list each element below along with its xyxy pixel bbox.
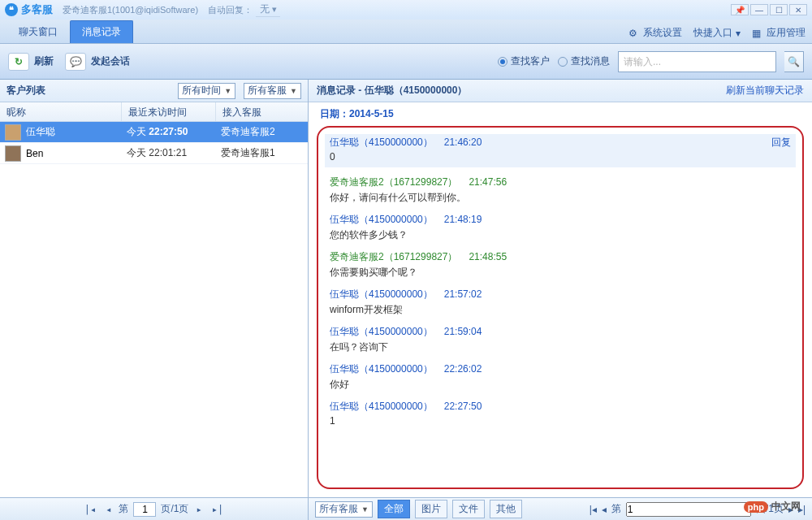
pager-label-pre: 第	[119, 502, 128, 516]
title-bar: ❝ 多客服 爱奇迪客服1(1001@iqidiSoftware) 自动回复： 无…	[0, 0, 812, 20]
minimize-button[interactable]: —	[750, 4, 768, 15]
message-body: winform开发框架	[330, 303, 791, 317]
seg-all[interactable]: 全部	[378, 500, 410, 518]
cell-agent: 爱奇迪客服2	[221, 125, 308, 139]
search-button[interactable]: 🔍	[784, 51, 804, 72]
pager-next[interactable]: ▸	[194, 504, 205, 515]
search-icon: 🔍	[788, 56, 800, 67]
tab-message-records[interactable]: 消息记录	[70, 20, 133, 43]
message-sender: 爱奇迪客服2（1671299827）	[330, 176, 457, 189]
message-sender: 伍华聪（4150000000）	[330, 325, 433, 339]
message-time: 21:47:56	[469, 176, 507, 188]
message-body: 1	[330, 415, 791, 427]
seg-file[interactable]: 文件	[452, 500, 485, 518]
search-input[interactable]	[624, 56, 771, 67]
left-pager: |◂ ◂ 第 页/1页 ▸ ▸|	[0, 497, 308, 520]
grid-icon: ▦	[752, 28, 763, 39]
customer-list: 伍华聪 今天 22:27:50 爱奇迪客服2 Ben 今天 22:01:21 爱…	[0, 122, 308, 497]
message-item: 爱奇迪客服2（1671299827）21:47:56你好，请问有什么可以帮到你。	[330, 176, 791, 205]
pin-button[interactable]: 📌	[731, 4, 749, 15]
watermark-badge: php	[744, 501, 768, 513]
app-logo-icon: ❝	[5, 3, 18, 16]
table-row[interactable]: 伍华聪 今天 22:27:50 爱奇迪客服2	[0, 122, 308, 143]
reply-link[interactable]: 回复	[771, 136, 791, 150]
watermark: php 中文网	[744, 500, 801, 514]
message-box: 伍华聪（4150000000）21:46:20回复0爱奇迪客服2（1671299…	[317, 126, 804, 489]
col-agent[interactable]: 接入客服	[216, 102, 308, 121]
rpager-first[interactable]: |◂	[590, 504, 597, 515]
radio-search-customer[interactable]: 查找客户	[498, 54, 550, 68]
refresh-chat-link[interactable]: 刷新当前聊天记录	[726, 84, 804, 98]
rpager-label-pre: 第	[611, 502, 621, 516]
message-time: 21:46:20	[444, 136, 482, 148]
message-time: 22:27:50	[444, 401, 482, 412]
system-settings-button[interactable]: ⚙系统设置	[628, 26, 682, 40]
gear-icon: ⚙	[628, 28, 640, 39]
app-name: 多客服	[21, 2, 53, 17]
col-lastvisit[interactable]: 最近来访时间	[122, 102, 216, 121]
message-time: 21:48:55	[469, 251, 507, 262]
message-header: 伍华聪（4150000000）21:57:02	[330, 288, 791, 301]
message-header: 伍华聪（4150000000）22:27:50	[330, 400, 791, 414]
message-body: 在吗？咨询下	[330, 340, 791, 354]
message-sender: 伍华聪（4150000000）	[330, 362, 433, 376]
message-item: 爱奇迪客服2（1671299827）21:48:55你需要购买哪个呢？	[330, 250, 791, 280]
message-sender: 伍华聪（4150000000）	[330, 136, 433, 150]
table-row[interactable]: Ben 今天 22:01:21 爱奇迪客服1	[0, 143, 308, 164]
customer-list-header: 客户列表 所有时间▼ 所有客服▼	[0, 80, 308, 102]
pager-label-mid: 页/1页	[161, 502, 188, 516]
cell-agent: 爱奇迪客服1	[221, 146, 308, 160]
avatar	[5, 145, 21, 162]
rpager-page-input[interactable]	[626, 502, 751, 517]
radio-search-message[interactable]: 查找消息	[558, 54, 610, 68]
message-sender: 伍华聪（4150000000）	[330, 400, 433, 414]
quick-entry-button[interactable]: 快捷入口 ▾	[693, 26, 741, 40]
customer-table-header: 昵称 最近来访时间 接入客服	[0, 102, 308, 122]
title-subtitle: 爱奇迪客服1(1001@iqidiSoftware)	[63, 4, 198, 16]
pager-first[interactable]: |◂	[82, 504, 98, 515]
message-header: 爱奇迪客服2（1671299827）21:48:55	[330, 250, 791, 264]
app-manage-button[interactable]: ▦应用管理	[752, 26, 806, 40]
filter-agent-combo[interactable]: 所有客服▼	[244, 83, 301, 99]
auto-reply-value[interactable]: 无 ▾	[256, 2, 280, 17]
message-time: 22:26:02	[444, 363, 482, 375]
message-header: 伍华聪（4150000000）22:26:02	[330, 362, 791, 376]
right-filter-agent-combo[interactable]: 所有客服▼	[315, 501, 373, 518]
pager-prev[interactable]: ◂	[103, 504, 114, 515]
chat-bubble-icon: 💬	[65, 53, 86, 71]
message-header: 爱奇迪客服2（1671299827）21:47:56	[330, 176, 791, 189]
message-body: 你好，请问有什么可以帮到你。	[330, 191, 791, 205]
refresh-button[interactable]: ↻ 刷新	[8, 53, 54, 71]
maximize-button[interactable]: ☐	[770, 4, 788, 15]
new-session-button[interactable]: 💬 发起会话	[65, 53, 130, 71]
message-body: 0	[330, 151, 791, 162]
message-sender: 爱奇迪客服2（1671299827）	[330, 250, 457, 264]
message-item: 伍华聪（4150000000）21:59:04在吗？咨询下	[330, 325, 791, 354]
filter-time-combo[interactable]: 所有时间▼	[178, 83, 235, 99]
customer-list-title: 客户列表	[6, 84, 45, 98]
seg-image[interactable]: 图片	[415, 500, 447, 518]
message-sender: 伍华聪（4150000000）	[330, 288, 433, 301]
message-item: 伍华聪（4150000000）22:26:02你好	[330, 362, 791, 392]
pager-last[interactable]: ▸|	[209, 504, 226, 515]
col-nickname[interactable]: 昵称	[0, 102, 122, 121]
cell-nick: Ben	[26, 148, 127, 159]
record-title: 消息记录 - 伍华聪（4150000000）	[317, 84, 467, 98]
seg-other[interactable]: 其他	[490, 500, 522, 518]
cell-time: 今天 22:01:21	[127, 146, 221, 160]
left-pane: 客户列表 所有时间▼ 所有客服▼ 昵称 最近来访时间 接入客服 伍华聪 今天 2…	[0, 80, 309, 520]
message-item: 伍华聪（4150000000）21:48:19您的软件多少钱？	[330, 213, 791, 242]
pager-page-input[interactable]	[133, 502, 156, 517]
message-body: 你好	[330, 378, 791, 392]
cell-nick: 伍华聪	[26, 125, 127, 139]
record-date: 日期：2014-5-15	[309, 102, 812, 126]
close-button[interactable]: ✕	[789, 4, 807, 15]
message-time: 21:57:02	[444, 288, 482, 300]
right-pane: 消息记录 - 伍华聪（4150000000） 刷新当前聊天记录 日期：2014-…	[309, 80, 812, 520]
message-header: 伍华聪（4150000000）21:46:20回复	[330, 136, 791, 150]
tab-chat-window[interactable]: 聊天窗口	[6, 20, 70, 43]
action-bar: ↻ 刷新 💬 发起会话 查找客户 查找消息 🔍	[0, 44, 812, 80]
rpager-prev[interactable]: ◂	[602, 504, 607, 515]
right-pager: 所有客服▼ 全部 图片 文件 其他 |◂ ◂ 第 页/1页 ▸ ▸|	[309, 497, 812, 520]
message-body: 您的软件多少钱？	[330, 228, 791, 242]
